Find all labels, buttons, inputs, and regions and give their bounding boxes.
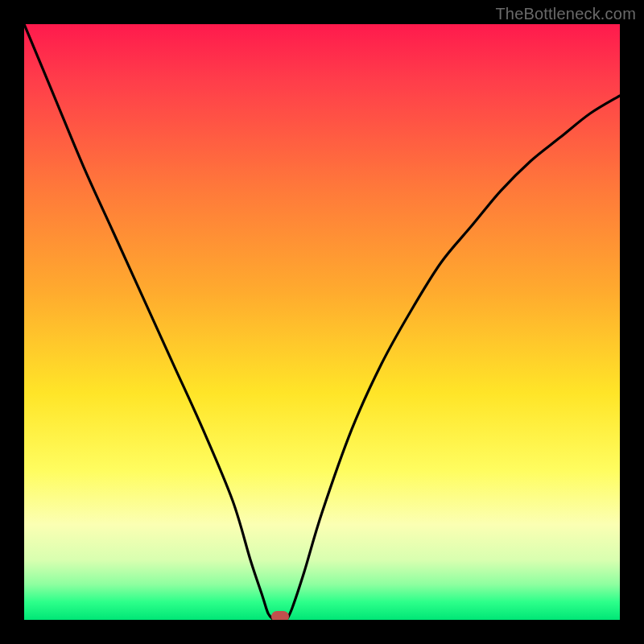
optimal-marker-icon	[271, 611, 289, 620]
plot-area	[24, 24, 620, 620]
chart-frame: TheBottleneck.com	[0, 0, 644, 644]
bottleneck-curve	[24, 24, 620, 620]
curve-layer	[24, 24, 620, 620]
watermark-label: TheBottleneck.com	[495, 5, 636, 23]
